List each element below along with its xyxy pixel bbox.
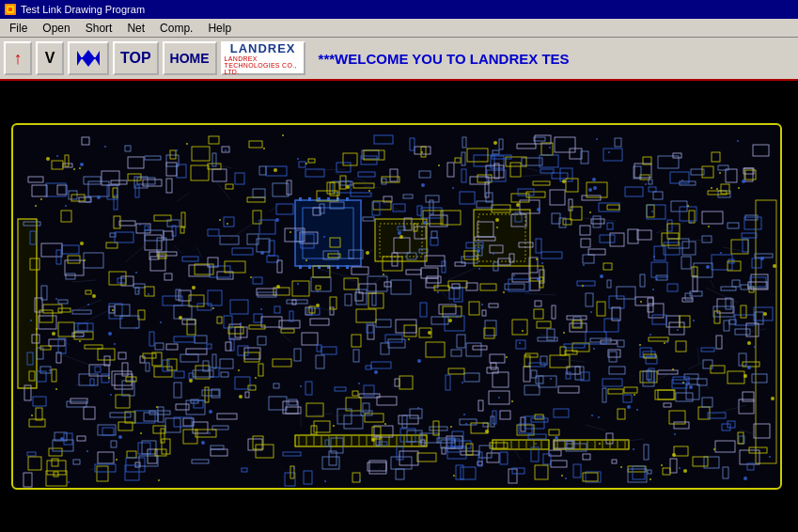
svg-rect-135: [583, 255, 594, 263]
svg-rect-482: [399, 451, 418, 465]
svg-rect-863: [146, 363, 149, 371]
svg-point-927: [565, 477, 567, 479]
svg-point-1000: [114, 343, 116, 345]
svg-rect-200: [308, 159, 315, 163]
svg-line-916: [641, 174, 650, 184]
svg-rect-464: [716, 336, 722, 349]
svg-rect-402: [85, 345, 102, 349]
svg-point-930: [201, 441, 205, 445]
menu-net[interactable]: Net: [119, 21, 152, 36]
svg-rect-124: [52, 369, 56, 382]
svg-rect-345: [287, 180, 291, 195]
svg-point-1095: [300, 385, 302, 387]
svg-rect-235: [170, 150, 176, 159]
svg-rect-562: [195, 336, 207, 343]
svg-line-900: [163, 423, 167, 439]
svg-point-1072: [452, 187, 454, 189]
svg-line-873: [193, 394, 202, 408]
home-button[interactable]: HOME: [163, 41, 217, 75]
svg-rect-689: [615, 138, 621, 147]
svg-point-944: [513, 274, 515, 276]
svg-line-899: [215, 180, 230, 199]
svg-rect-666: [609, 352, 617, 362]
up-arrow-button[interactable]: ↑: [4, 41, 32, 75]
svg-rect-290: [684, 374, 698, 379]
svg-rect-503: [723, 467, 728, 478]
svg-rect-143: [674, 422, 689, 429]
svg-rect-643: [649, 180, 652, 184]
canvas-area[interactable]: [0, 81, 798, 532]
svg-point-945: [49, 369, 51, 371]
svg-point-1065: [536, 258, 538, 260]
top-button[interactable]: TOP: [113, 41, 159, 75]
svg-point-955: [541, 262, 543, 264]
svg-rect-788: [67, 401, 86, 407]
svg-point-1045: [219, 219, 221, 221]
svg-point-1077: [92, 294, 96, 298]
svg-point-1043: [583, 264, 585, 266]
svg-rect-72: [302, 333, 318, 345]
svg-rect-768: [402, 415, 407, 428]
svg-rect-184: [439, 305, 456, 314]
svg-rect-119: [340, 176, 346, 189]
check-button[interactable]: V: [36, 41, 64, 75]
svg-point-1055: [747, 341, 751, 345]
svg-point-1096: [511, 400, 513, 402]
svg-rect-538: [712, 152, 720, 162]
svg-rect-88: [537, 321, 551, 328]
svg-rect-301: [33, 397, 46, 406]
svg-rect-280: [558, 386, 579, 393]
svg-rect-115: [676, 393, 693, 401]
svg-rect-20: [346, 197, 349, 201]
svg-point-1013: [708, 226, 710, 227]
svg-rect-109: [534, 137, 545, 141]
menu-short[interactable]: Short: [78, 21, 120, 36]
svg-rect-507: [754, 424, 770, 438]
svg-rect-794: [366, 366, 371, 369]
svg-rect-412: [283, 401, 298, 414]
svg-rect-692: [462, 152, 465, 165]
svg-point-1030: [674, 433, 676, 435]
svg-rect-834: [54, 472, 58, 477]
svg-rect-713: [208, 229, 219, 236]
menu-comp[interactable]: Comp.: [152, 21, 200, 36]
menu-file[interactable]: File: [2, 21, 35, 36]
svg-rect-822: [609, 367, 625, 374]
svg-line-897: [345, 279, 356, 281]
svg-line-902: [297, 301, 335, 312]
nav-button[interactable]: [68, 41, 109, 75]
svg-rect-728: [382, 179, 386, 184]
svg-rect-199: [637, 230, 651, 240]
svg-rect-311: [316, 286, 321, 289]
svg-rect-264: [120, 316, 139, 328]
svg-rect-414: [368, 462, 386, 471]
svg-rect-732: [446, 375, 450, 390]
svg-rect-436: [430, 427, 447, 430]
svg-point-978: [653, 256, 655, 258]
app-icon: [4, 3, 17, 16]
svg-rect-359: [306, 403, 323, 416]
menu-open[interactable]: Open: [35, 21, 77, 36]
svg-point-1099: [116, 459, 117, 461]
svg-rect-537: [430, 238, 438, 245]
svg-point-1061: [84, 259, 86, 261]
svg-rect-388: [128, 157, 144, 168]
svg-point-971: [80, 163, 84, 166]
landrex-sub: LANDREX TECHNOLOGIES CO., LTD.: [225, 55, 302, 75]
svg-rect-185: [352, 267, 368, 274]
svg-line-874: [178, 193, 189, 201]
svg-rect-758: [618, 409, 625, 419]
svg-rect-91: [391, 457, 412, 469]
svg-rect-160: [451, 441, 471, 448]
svg-rect-427: [449, 288, 460, 299]
menu-help[interactable]: Help: [200, 21, 239, 36]
svg-point-1032: [317, 290, 319, 292]
svg-rect-349: [235, 327, 247, 337]
svg-rect-218: [541, 252, 562, 258]
svg-line-907: [72, 280, 96, 282]
svg-rect-343: [451, 350, 462, 356]
svg-rect-855: [84, 253, 103, 268]
svg-rect-755: [316, 355, 324, 368]
svg-rect-180: [658, 390, 675, 399]
svg-rect-641: [547, 329, 555, 340]
